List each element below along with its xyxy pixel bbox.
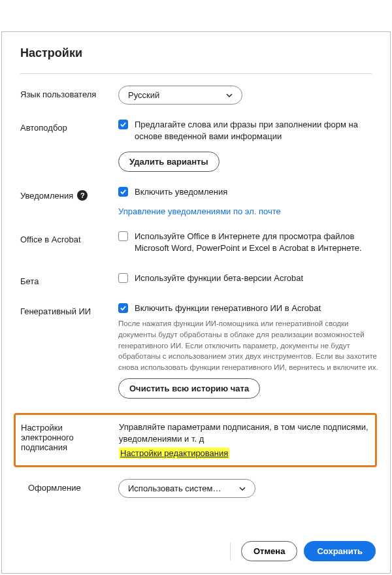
label-notifications-text: Уведомления: [20, 191, 73, 201]
manage-email-notifications-link[interactable]: Управление уведомлениями по эл. почте: [118, 206, 281, 216]
notifications-checkbox[interactable]: [118, 187, 128, 197]
row-beta: Бета Используйте функции бета-версии Acr…: [20, 272, 380, 288]
notifications-checkbox-label: Включить уведомления: [135, 186, 380, 198]
office-checkbox-label: Используйте Office в Интернете для просм…: [135, 231, 380, 254]
label-office: Office в Acrobat: [20, 231, 118, 244]
label-notifications: Уведомления ?: [20, 186, 118, 201]
label-beta: Бета: [20, 272, 118, 286]
appearance-select[interactable]: Использовать систем…: [118, 479, 255, 498]
row-office: Office в Acrobat Используйте Office в Ин…: [20, 231, 380, 258]
control-esign: Управляйте параметрами подписания, в том…: [119, 421, 370, 459]
genai-checkbox-label: Включить функции генеративного ИИ в Acro…: [135, 303, 380, 314]
control-genai: Включить функции генеративного ИИ в Acro…: [118, 303, 380, 399]
label-language: Язык пользователя: [20, 86, 118, 99]
control-appearance: Использовать систем…: [118, 479, 380, 498]
beta-check-line: Используйте функции бета-версии Acrobat: [118, 272, 380, 284]
row-notifications: Уведомления ? Включить уведомления Управ…: [20, 186, 380, 216]
label-esign-l3: подписания: [21, 442, 119, 452]
label-esign: Настройки электронного подписания: [21, 421, 119, 452]
row-language: Язык пользователя Русский: [20, 86, 380, 105]
row-esign: Настройки электронного подписания Управл…: [21, 421, 370, 459]
help-icon[interactable]: ?: [77, 190, 88, 201]
esign-edit-settings-link[interactable]: Настройки редактирования: [119, 448, 229, 459]
genai-description: После нажатия функции ИИ-помощника или г…: [118, 318, 380, 372]
language-select[interactable]: Русский: [118, 86, 242, 105]
label-appearance: Оформление: [20, 479, 118, 493]
autocomplete-check-line: Предлагайте слова или фразы при заполнен…: [118, 119, 380, 142]
row-appearance: Оформление Использовать систем…: [20, 479, 380, 498]
clear-chat-history-button[interactable]: Очистить всю историю чата: [118, 378, 260, 399]
notifications-check-line: Включить уведомления: [118, 186, 380, 198]
dialog-footer: Отмена Сохранить: [2, 533, 390, 573]
footer-divider: [230, 542, 231, 561]
genai-check-line: Включить функции генеративного ИИ в Acro…: [118, 303, 380, 314]
chevron-down-icon: [226, 92, 233, 99]
genai-checkbox[interactable]: [118, 303, 128, 313]
control-beta: Используйте функции бета-версии Acrobat: [118, 272, 380, 288]
label-esign-l2: электронного: [21, 433, 119, 442]
appearance-select-value: Использовать систем…: [128, 484, 221, 493]
esign-highlight-box: Настройки электронного подписания Управл…: [14, 413, 377, 467]
label-autocomplete: Автоподбор: [20, 119, 118, 133]
cancel-button[interactable]: Отмена: [241, 541, 297, 561]
dialog-title: Настройки: [20, 46, 372, 60]
save-button[interactable]: Сохранить: [304, 541, 376, 561]
row-genai: Генеративный ИИ Включить функции генерат…: [20, 303, 380, 399]
settings-dialog: Настройки Язык пользователя Русский Авто…: [1, 31, 391, 574]
language-select-value: Русский: [128, 90, 159, 100]
office-checkbox[interactable]: [118, 231, 128, 241]
autocomplete-checkbox[interactable]: [118, 120, 128, 129]
control-notifications: Включить уведомления Управление уведомле…: [118, 186, 380, 216]
label-esign-l1: Настройки: [21, 423, 119, 433]
beta-checkbox-label: Используйте функции бета-версии Acrobat: [135, 272, 380, 284]
dialog-header: Настройки: [2, 32, 390, 68]
control-language: Русский: [118, 86, 380, 105]
settings-scroll-area[interactable]: Язык пользователя Русский Автоподбор Пре: [2, 74, 390, 533]
esign-description: Управляйте параметрами подписания, в том…: [119, 421, 370, 445]
office-check-line: Используйте Office в Интернете для просм…: [118, 231, 380, 254]
control-office: Используйте Office в Интернете для просм…: [118, 231, 380, 258]
label-genai: Генеративный ИИ: [20, 303, 118, 316]
chevron-down-icon: [239, 485, 246, 492]
beta-checkbox[interactable]: [118, 273, 128, 283]
control-autocomplete: Предлагайте слова или фразы при заполнен…: [118, 119, 380, 172]
row-autocomplete: Автоподбор Предлагайте слова или фразы п…: [20, 119, 380, 172]
delete-variants-button[interactable]: Удалить варианты: [118, 152, 220, 172]
autocomplete-checkbox-label: Предлагайте слова или фразы при заполнен…: [135, 119, 380, 142]
